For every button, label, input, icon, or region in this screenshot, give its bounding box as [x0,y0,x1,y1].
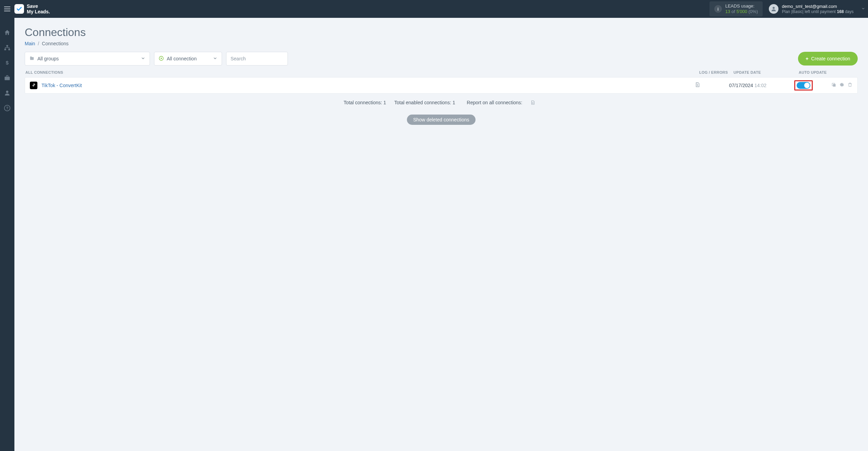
report-all: Report on all connections: [464,100,539,105]
leads-usage[interactable]: i LEADS usage: 13 of 5'000 (0%) [709,1,763,16]
sidebar: $ ? [0,18,14,451]
create-connection-button[interactable]: + Create connection [798,52,858,66]
plus-icon: + [806,56,808,61]
user-email: demo_sml_test@gmail.com [782,4,854,9]
topbar: Save My Leads. i LEADS usage: 13 of 5'00… [0,0,868,18]
svg-text:$: $ [6,60,9,66]
briefcase-icon[interactable] [3,74,11,82]
menu-button[interactable] [0,0,14,18]
total-connections: Total connections: 1 [344,100,386,105]
svg-point-6 [6,91,9,93]
user-icon[interactable] [3,89,11,97]
log-icon[interactable] [695,82,700,89]
connection-row: TikTok - ConvertKit 07/17/2024 14:02 [25,77,858,94]
breadcrumb: Main / Connections [25,41,858,46]
update-date: 07/17/2024 14:02 [729,83,794,88]
svg-rect-1 [7,45,8,47]
dollar-icon[interactable]: $ [3,59,11,67]
svg-text:?: ? [6,106,9,110]
user-menu[interactable]: demo_sml_test@gmail.com Plan |Basic| lef… [769,4,860,14]
connection-link[interactable]: TikTok - ConvertKit [42,83,82,88]
svg-rect-5 [5,77,10,80]
brand[interactable]: Save My Leads. [14,3,50,14]
table-header: ALL CONNECTIONS LOG / ERRORS UPDATE DATE… [25,70,858,77]
chevron-down-icon[interactable] [860,6,868,12]
svg-rect-2 [4,49,6,50]
filters-row: All groups All connection + Create conne… [25,52,858,66]
svg-rect-3 [8,49,10,50]
play-circle-icon [159,56,164,62]
show-deleted-button[interactable]: Show deleted connections [407,115,475,125]
brand-logo-icon [14,4,24,14]
leads-label: LEADS usage: [725,3,758,9]
page-title: Connections [25,26,858,39]
chevron-down-icon [141,56,145,62]
main-content: Connections Main / Connections All group… [14,18,868,451]
enabled-connections: Total enabled connections: 1 [394,100,455,105]
breadcrumb-current: Connections [42,41,69,46]
highlight-annotation [794,80,813,91]
breadcrumb-main[interactable]: Main [25,41,35,46]
report-icon[interactable] [530,101,535,106]
user-plan: Plan |Basic| left until payment 168 days [782,9,854,14]
groups-select[interactable]: All groups [25,52,150,66]
avatar-icon [769,4,778,14]
chevron-down-icon [213,56,218,62]
gear-icon[interactable] [839,82,845,89]
copy-icon[interactable] [831,82,836,89]
brand-text: Save My Leads. [27,3,50,14]
tiktok-icon [30,82,37,89]
search-input[interactable] [226,52,288,66]
status-select[interactable]: All connection [154,52,222,66]
sitemap-icon[interactable] [3,44,11,51]
leads-values: 13 of 5'000 (0%) [725,9,758,14]
home-icon[interactable] [3,29,11,36]
auto-update-toggle[interactable] [797,82,810,89]
folder-icon [29,56,35,62]
trash-icon[interactable] [847,82,853,89]
help-icon[interactable]: ? [3,104,11,112]
svg-point-0 [773,7,775,9]
summary-row: Total connections: 1 Total enabled conne… [25,100,858,106]
info-icon: i [714,5,722,13]
svg-rect-10 [833,84,836,87]
